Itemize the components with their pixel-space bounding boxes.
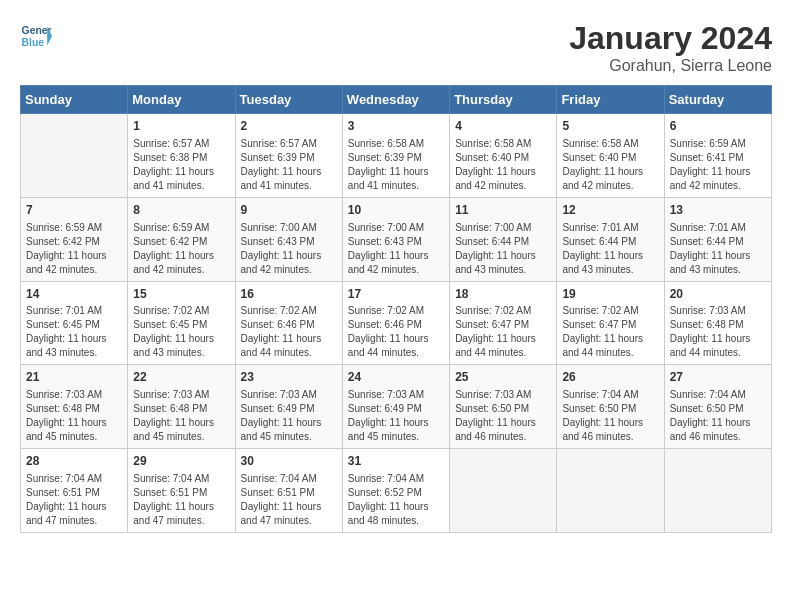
day-info: Sunrise: 6:59 AMSunset: 6:42 PMDaylight:…	[26, 221, 122, 277]
day-info: Sunrise: 7:02 AMSunset: 6:46 PMDaylight:…	[241, 304, 337, 360]
calendar-cell: 8Sunrise: 6:59 AMSunset: 6:42 PMDaylight…	[128, 197, 235, 281]
calendar-cell: 17Sunrise: 7:02 AMSunset: 6:46 PMDayligh…	[342, 281, 449, 365]
day-info: Sunrise: 7:03 AMSunset: 6:48 PMDaylight:…	[26, 388, 122, 444]
day-number: 2	[241, 118, 337, 135]
calendar-cell: 3Sunrise: 6:58 AMSunset: 6:39 PMDaylight…	[342, 114, 449, 198]
calendar-cell: 2Sunrise: 6:57 AMSunset: 6:39 PMDaylight…	[235, 114, 342, 198]
calendar-cell: 11Sunrise: 7:00 AMSunset: 6:44 PMDayligh…	[450, 197, 557, 281]
calendar-cell: 19Sunrise: 7:02 AMSunset: 6:47 PMDayligh…	[557, 281, 664, 365]
day-info: Sunrise: 7:00 AMSunset: 6:44 PMDaylight:…	[455, 221, 551, 277]
day-info: Sunrise: 7:02 AMSunset: 6:45 PMDaylight:…	[133, 304, 229, 360]
day-info: Sunrise: 7:04 AMSunset: 6:51 PMDaylight:…	[241, 472, 337, 528]
calendar-cell: 5Sunrise: 6:58 AMSunset: 6:40 PMDaylight…	[557, 114, 664, 198]
day-info: Sunrise: 7:03 AMSunset: 6:50 PMDaylight:…	[455, 388, 551, 444]
day-number: 30	[241, 453, 337, 470]
calendar-cell: 25Sunrise: 7:03 AMSunset: 6:50 PMDayligh…	[450, 365, 557, 449]
day-number: 7	[26, 202, 122, 219]
calendar-week-row: 1Sunrise: 6:57 AMSunset: 6:38 PMDaylight…	[21, 114, 772, 198]
calendar-week-row: 7Sunrise: 6:59 AMSunset: 6:42 PMDaylight…	[21, 197, 772, 281]
day-number: 20	[670, 286, 766, 303]
day-number: 29	[133, 453, 229, 470]
calendar-cell: 24Sunrise: 7:03 AMSunset: 6:49 PMDayligh…	[342, 365, 449, 449]
calendar-cell: 30Sunrise: 7:04 AMSunset: 6:51 PMDayligh…	[235, 449, 342, 533]
day-info: Sunrise: 7:02 AMSunset: 6:46 PMDaylight:…	[348, 304, 444, 360]
calendar-week-row: 21Sunrise: 7:03 AMSunset: 6:48 PMDayligh…	[21, 365, 772, 449]
calendar-cell	[21, 114, 128, 198]
calendar-cell	[450, 449, 557, 533]
calendar-cell: 9Sunrise: 7:00 AMSunset: 6:43 PMDaylight…	[235, 197, 342, 281]
weekday-header-thursday: Thursday	[450, 86, 557, 114]
title-section: January 2024 Gorahun, Sierra Leone	[569, 20, 772, 75]
calendar-week-row: 14Sunrise: 7:01 AMSunset: 6:45 PMDayligh…	[21, 281, 772, 365]
day-info: Sunrise: 7:00 AMSunset: 6:43 PMDaylight:…	[241, 221, 337, 277]
calendar-cell: 6Sunrise: 6:59 AMSunset: 6:41 PMDaylight…	[664, 114, 771, 198]
day-number: 1	[133, 118, 229, 135]
weekday-header-monday: Monday	[128, 86, 235, 114]
calendar-cell: 7Sunrise: 6:59 AMSunset: 6:42 PMDaylight…	[21, 197, 128, 281]
weekday-header-saturday: Saturday	[664, 86, 771, 114]
day-number: 22	[133, 369, 229, 386]
calendar-cell: 16Sunrise: 7:02 AMSunset: 6:46 PMDayligh…	[235, 281, 342, 365]
day-number: 27	[670, 369, 766, 386]
calendar-cell: 28Sunrise: 7:04 AMSunset: 6:51 PMDayligh…	[21, 449, 128, 533]
calendar-cell: 4Sunrise: 6:58 AMSunset: 6:40 PMDaylight…	[450, 114, 557, 198]
day-info: Sunrise: 6:58 AMSunset: 6:40 PMDaylight:…	[455, 137, 551, 193]
day-info: Sunrise: 7:01 AMSunset: 6:45 PMDaylight:…	[26, 304, 122, 360]
day-info: Sunrise: 7:03 AMSunset: 6:48 PMDaylight:…	[133, 388, 229, 444]
weekday-header-wednesday: Wednesday	[342, 86, 449, 114]
weekday-header-friday: Friday	[557, 86, 664, 114]
weekday-header-tuesday: Tuesday	[235, 86, 342, 114]
day-info: Sunrise: 7:04 AMSunset: 6:51 PMDaylight:…	[26, 472, 122, 528]
day-number: 5	[562, 118, 658, 135]
day-number: 17	[348, 286, 444, 303]
calendar-cell: 18Sunrise: 7:02 AMSunset: 6:47 PMDayligh…	[450, 281, 557, 365]
calendar-cell: 26Sunrise: 7:04 AMSunset: 6:50 PMDayligh…	[557, 365, 664, 449]
day-info: Sunrise: 6:57 AMSunset: 6:38 PMDaylight:…	[133, 137, 229, 193]
day-info: Sunrise: 7:04 AMSunset: 6:50 PMDaylight:…	[562, 388, 658, 444]
day-info: Sunrise: 6:58 AMSunset: 6:40 PMDaylight:…	[562, 137, 658, 193]
calendar-title: January 2024	[569, 20, 772, 57]
calendar-cell	[557, 449, 664, 533]
day-number: 6	[670, 118, 766, 135]
day-number: 23	[241, 369, 337, 386]
calendar-cell: 23Sunrise: 7:03 AMSunset: 6:49 PMDayligh…	[235, 365, 342, 449]
calendar-cell: 12Sunrise: 7:01 AMSunset: 6:44 PMDayligh…	[557, 197, 664, 281]
calendar-cell: 10Sunrise: 7:00 AMSunset: 6:43 PMDayligh…	[342, 197, 449, 281]
day-number: 11	[455, 202, 551, 219]
day-info: Sunrise: 7:01 AMSunset: 6:44 PMDaylight:…	[562, 221, 658, 277]
calendar-cell: 20Sunrise: 7:03 AMSunset: 6:48 PMDayligh…	[664, 281, 771, 365]
calendar-cell: 29Sunrise: 7:04 AMSunset: 6:51 PMDayligh…	[128, 449, 235, 533]
day-number: 9	[241, 202, 337, 219]
day-number: 4	[455, 118, 551, 135]
day-number: 8	[133, 202, 229, 219]
day-number: 25	[455, 369, 551, 386]
day-number: 18	[455, 286, 551, 303]
logo-icon: General Blue	[20, 20, 52, 52]
day-number: 16	[241, 286, 337, 303]
day-number: 21	[26, 369, 122, 386]
day-number: 14	[26, 286, 122, 303]
svg-text:Blue: Blue	[22, 37, 45, 48]
page-header: General Blue January 2024 Gorahun, Sierr…	[20, 20, 772, 75]
day-number: 26	[562, 369, 658, 386]
calendar-table: SundayMondayTuesdayWednesdayThursdayFrid…	[20, 85, 772, 533]
day-info: Sunrise: 7:03 AMSunset: 6:49 PMDaylight:…	[241, 388, 337, 444]
calendar-cell: 31Sunrise: 7:04 AMSunset: 6:52 PMDayligh…	[342, 449, 449, 533]
weekday-header-row: SundayMondayTuesdayWednesdayThursdayFrid…	[21, 86, 772, 114]
calendar-cell: 22Sunrise: 7:03 AMSunset: 6:48 PMDayligh…	[128, 365, 235, 449]
day-number: 28	[26, 453, 122, 470]
day-info: Sunrise: 7:01 AMSunset: 6:44 PMDaylight:…	[670, 221, 766, 277]
day-info: Sunrise: 7:02 AMSunset: 6:47 PMDaylight:…	[562, 304, 658, 360]
day-number: 19	[562, 286, 658, 303]
calendar-week-row: 28Sunrise: 7:04 AMSunset: 6:51 PMDayligh…	[21, 449, 772, 533]
day-number: 24	[348, 369, 444, 386]
day-info: Sunrise: 6:58 AMSunset: 6:39 PMDaylight:…	[348, 137, 444, 193]
logo: General Blue	[20, 20, 52, 52]
calendar-cell: 13Sunrise: 7:01 AMSunset: 6:44 PMDayligh…	[664, 197, 771, 281]
day-info: Sunrise: 6:57 AMSunset: 6:39 PMDaylight:…	[241, 137, 337, 193]
day-number: 15	[133, 286, 229, 303]
day-info: Sunrise: 7:00 AMSunset: 6:43 PMDaylight:…	[348, 221, 444, 277]
calendar-cell: 14Sunrise: 7:01 AMSunset: 6:45 PMDayligh…	[21, 281, 128, 365]
day-info: Sunrise: 6:59 AMSunset: 6:41 PMDaylight:…	[670, 137, 766, 193]
day-number: 3	[348, 118, 444, 135]
